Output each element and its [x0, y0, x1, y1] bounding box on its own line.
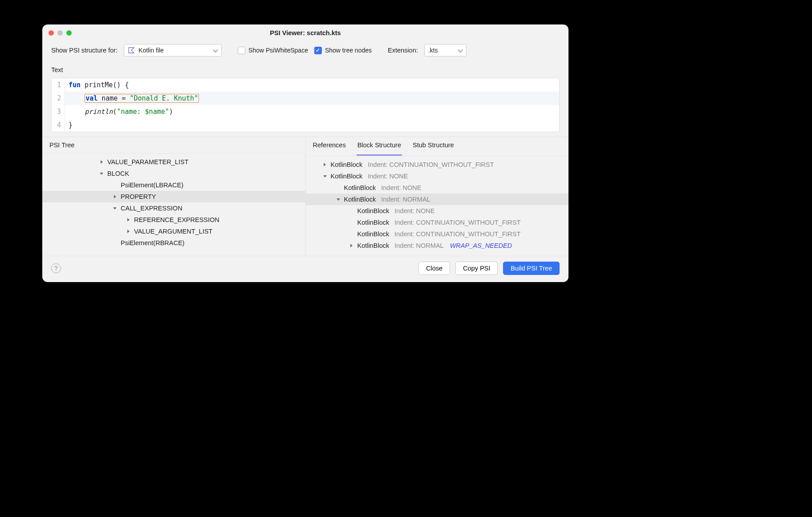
- line-number: 1: [52, 78, 65, 92]
- code-line[interactable]: 2 val name = "Donald E. Knuth": [52, 92, 559, 105]
- chevron-down-icon[interactable]: [322, 173, 328, 179]
- tree-item-label: KotlinBlock: [357, 242, 390, 249]
- psi-viewer-window: PSI Viewer: scratch.kts Show PSI structu…: [42, 24, 568, 282]
- chevron-down-icon: [458, 48, 463, 53]
- tree-row[interactable]: PsiElement(LBRACE): [42, 179, 305, 191]
- code-panel[interactable]: 1 fun printMe() { 2 val name = "Donald E…: [51, 78, 560, 132]
- chevron-right-icon[interactable]: [125, 217, 131, 223]
- help-icon[interactable]: ?: [51, 263, 61, 273]
- show-whitespace-label: Show PsiWhiteSpace: [248, 47, 308, 54]
- copy-psi-button[interactable]: Copy PSI: [455, 262, 498, 275]
- tree-item-label: BLOCK: [107, 170, 129, 177]
- tree-row[interactable]: REFERENCE_EXPRESSION: [42, 214, 305, 226]
- selection-highlight: val name = "Donald E. Knuth": [85, 94, 199, 103]
- tree-item-label: CALL_EXPRESSION: [121, 205, 183, 212]
- tree-item-label: VALUE_PARAMETER_LIST: [107, 158, 188, 166]
- tree-row[interactable]: BLOCK: [42, 168, 305, 179]
- line-number: 2: [52, 92, 65, 105]
- footer: ? Close Copy PSI Build PSI Tree: [42, 256, 568, 282]
- tree-item-detail: Indent: NONE: [381, 184, 421, 191]
- tree-item-detail: Indent: NONE: [368, 173, 408, 180]
- tree-item-label: PsiElement(RBRACE): [121, 239, 184, 246]
- tree-arrow-none: [112, 182, 118, 188]
- chevron-down-icon[interactable]: [112, 205, 118, 211]
- tree-item-label: KotlinBlock: [357, 207, 390, 214]
- tree-item-wrap: WRAP_AS_NEEDED: [450, 242, 512, 249]
- tree-row[interactable]: KotlinBlockIndent: NONE: [306, 182, 569, 194]
- extension-value: .kts: [428, 47, 438, 54]
- tree-row[interactable]: KotlinBlockIndent: CONTINUATION_WITHOUT_…: [306, 159, 569, 170]
- tree-arrow-none: [335, 185, 341, 191]
- tree-item-detail: Indent: CONTINUATION_WITHOUT_FIRST: [368, 161, 494, 168]
- psi-tree-pane: PSI Tree VALUE_PARAMETER_LISTBLOCKPsiEle…: [42, 137, 306, 256]
- tree-arrow-none: [112, 240, 118, 246]
- tree-row[interactable]: KotlinBlockIndent: NONE: [306, 205, 569, 217]
- chevron-down-icon[interactable]: [335, 196, 341, 202]
- extension-label: Extension:: [388, 47, 418, 54]
- tree-row[interactable]: KotlinBlockIndent: NONE: [306, 170, 569, 182]
- tree-item-label: KotlinBlock: [357, 219, 390, 226]
- chevron-right-icon[interactable]: [322, 162, 328, 168]
- window-title: PSI Viewer: scratch.kts: [42, 29, 568, 36]
- tree-row[interactable]: CALL_EXPRESSION: [42, 202, 305, 214]
- file-type-value: Kotlin file: [138, 47, 164, 54]
- tree-item-label: KotlinBlock: [344, 196, 376, 203]
- tab-stub-structure[interactable]: Stub Structure: [413, 141, 454, 151]
- tree-row[interactable]: PROPERTY: [42, 191, 305, 202]
- psi-tree-label: PSI Tree: [42, 137, 305, 153]
- chevron-right-icon[interactable]: [98, 159, 105, 165]
- tree-item-detail: Indent: NORMAL: [394, 242, 443, 249]
- block-structure-tree[interactable]: KotlinBlockIndent: CONTINUATION_WITHOUT_…: [306, 156, 569, 256]
- tree-row[interactable]: VALUE_PARAMETER_LIST: [42, 156, 305, 168]
- code-line[interactable]: 4 }: [52, 118, 559, 132]
- tree-item-label: VALUE_ARGUMENT_LIST: [134, 228, 212, 235]
- tree-item-label: PROPERTY: [121, 193, 156, 200]
- psi-tree[interactable]: VALUE_PARAMETER_LISTBLOCKPsiElement(LBRA…: [42, 153, 305, 253]
- line-number: 3: [52, 105, 65, 118]
- chevron-right-icon[interactable]: [349, 242, 355, 249]
- chevron-down-icon: [213, 48, 218, 53]
- close-button[interactable]: Close: [418, 262, 450, 275]
- code-line[interactable]: 3 println("name: $name"): [52, 105, 559, 118]
- tree-row[interactable]: KotlinBlockIndent: CONTINUATION_WITHOUT_…: [306, 217, 569, 228]
- tree-row[interactable]: VALUE_ARGUMENT_LIST: [42, 226, 305, 237]
- detail-tabs: References Block Structure Stub Structur…: [306, 137, 569, 156]
- tree-row[interactable]: KotlinBlockIndent: NORMALWRAP_AS_NEEDED: [306, 240, 569, 251]
- tree-row[interactable]: PsiElement(RBRACE): [42, 237, 305, 249]
- tree-item-label: KotlinBlock: [344, 184, 376, 191]
- tree-item-detail: Indent: NONE: [394, 207, 434, 214]
- show-tree-nodes-checkbox[interactable]: Show tree nodes: [314, 47, 372, 54]
- extension-select[interactable]: .kts: [424, 44, 467, 57]
- code-line[interactable]: 1 fun printMe() {: [52, 78, 559, 92]
- chevron-right-icon[interactable]: [125, 228, 131, 234]
- show-whitespace-checkbox[interactable]: Show PsiWhiteSpace: [238, 47, 308, 54]
- build-psi-tree-button[interactable]: Build PSI Tree: [503, 262, 560, 275]
- tree-row[interactable]: KotlinBlockIndent: NORMAL: [306, 194, 569, 205]
- tree-item-detail: Indent: NORMAL: [381, 196, 430, 203]
- chevron-down-icon[interactable]: [98, 170, 105, 177]
- show-tree-nodes-label: Show tree nodes: [325, 47, 372, 54]
- show-psi-label: Show PSI structure for:: [51, 47, 118, 54]
- tree-item-label: KotlinBlock: [331, 173, 363, 180]
- tree-row[interactable]: KotlinBlockIndent: CONTINUATION_WITHOUT_…: [306, 228, 569, 240]
- checkbox-checked-icon: [314, 47, 322, 54]
- tree-arrow-none: [349, 219, 355, 226]
- tree-item-detail: Indent: CONTINUATION_WITHOUT_FIRST: [394, 219, 520, 226]
- tab-block-structure[interactable]: Block Structure: [357, 141, 401, 151]
- tree-arrow-none: [349, 231, 355, 237]
- split-pane: PSI Tree VALUE_PARAMETER_LISTBLOCKPsiEle…: [42, 137, 568, 256]
- detail-pane: References Block Structure Stub Structur…: [306, 137, 569, 256]
- tab-references[interactable]: References: [313, 141, 346, 151]
- checkbox-unchecked-icon: [238, 47, 245, 54]
- tree-item-label: REFERENCE_EXPRESSION: [134, 216, 219, 223]
- tree-item-label: KotlinBlock: [331, 161, 363, 168]
- text-section-label: Text: [42, 63, 568, 78]
- titlebar: PSI Viewer: scratch.kts: [42, 24, 568, 41]
- tree-item-detail: Indent: CONTINUATION_WITHOUT_FIRST: [394, 230, 520, 238]
- tree-item-label: PsiElement(LBRACE): [121, 182, 183, 189]
- line-number: 4: [52, 118, 65, 132]
- kotlin-icon: [128, 47, 135, 54]
- chevron-right-icon[interactable]: [112, 194, 118, 200]
- tree-arrow-none: [349, 208, 355, 214]
- file-type-select[interactable]: Kotlin file: [124, 44, 222, 57]
